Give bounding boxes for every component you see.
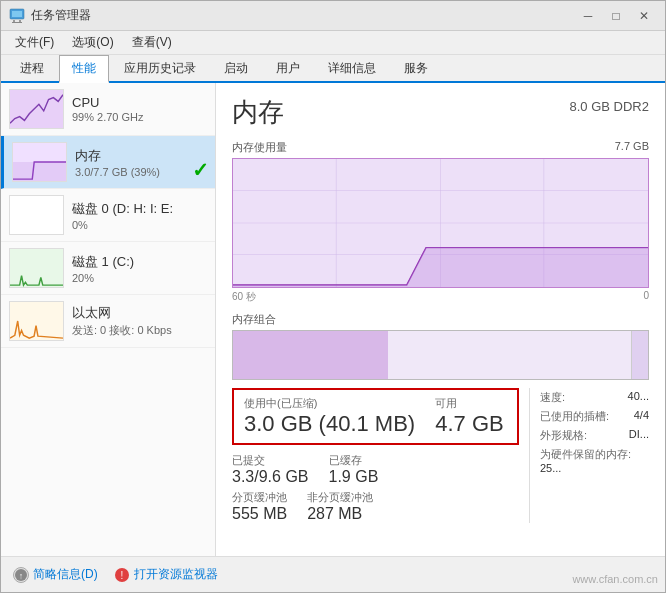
- summary-link[interactable]: ↑ 简略信息(D): [13, 566, 98, 583]
- window-title: 任务管理器: [31, 7, 91, 24]
- chart-section: 内存使用量 7.7 GB: [232, 140, 649, 304]
- chart-usage-value: 7.7 GB: [615, 140, 649, 155]
- title-bar: 任务管理器 ─ □ ✕: [1, 1, 665, 31]
- disk0-stat: 0%: [72, 219, 207, 231]
- tab-performance[interactable]: 性能: [59, 55, 109, 83]
- in-use-stat: 使用中(已压缩) 3.0 GB (40.1 MB): [244, 396, 415, 437]
- tab-users[interactable]: 用户: [263, 55, 313, 81]
- memory-info: 内存 3.0/7.7 GB (39%): [75, 147, 207, 178]
- ethernet-info: 以太网 发送: 0 接收: 0 Kbps: [72, 304, 207, 338]
- main-area: CPU 99% 2.70 GHz 内存 3.0/7.7 GB (39%): [1, 83, 665, 556]
- monitor-label: 打开资源监视器: [134, 566, 218, 583]
- ethernet-stat: 发送: 0 接收: 0 Kbps: [72, 323, 207, 338]
- committed-stat: 已提交 3.3/9.6 GB: [232, 453, 309, 486]
- available-label: 可用: [435, 396, 503, 411]
- memory-stat: 3.0/7.7 GB (39%): [75, 166, 207, 178]
- slots-row: 已使用的插槽: 4/4: [540, 409, 649, 424]
- tab-process[interactable]: 进程: [7, 55, 57, 81]
- paged-stat: 分页缓冲池 555 MB: [232, 490, 287, 523]
- reserved-value: 25...: [540, 462, 649, 474]
- nonpaged-value: 287 MB: [307, 505, 373, 523]
- composition-bar: [232, 330, 649, 380]
- check-icon: ✓: [192, 158, 209, 182]
- time-end: 0: [643, 290, 649, 304]
- cpu-stat: 99% 2.70 GHz: [72, 111, 207, 123]
- svg-text:↑: ↑: [19, 571, 24, 581]
- available-stat: 可用 4.7 GB: [435, 396, 503, 437]
- paged-value: 555 MB: [232, 505, 287, 523]
- tab-startup[interactable]: 启动: [211, 55, 261, 81]
- content-title: 内存: [232, 95, 284, 130]
- sidebar-item-memory[interactable]: 内存 3.0/7.7 GB (39%) ✓: [1, 136, 215, 189]
- committed-label: 已提交: [232, 453, 309, 468]
- summary-label: 简略信息(D): [33, 566, 98, 583]
- tab-details[interactable]: 详细信息: [315, 55, 389, 81]
- svg-rect-4: [12, 22, 22, 23]
- task-manager-window: 任务管理器 ─ □ ✕ 文件(F) 选项(O) 查看(V) 进程 性能 应用历史…: [0, 0, 666, 593]
- comp-hardware: [631, 331, 648, 379]
- title-controls: ─ □ ✕: [575, 6, 657, 26]
- disk1-name: 磁盘 1 (C:): [72, 253, 207, 271]
- in-use-label: 使用中(已压缩): [244, 396, 415, 411]
- cpu-name: CPU: [72, 95, 207, 110]
- time-start: 60 秒: [232, 290, 256, 304]
- menu-options[interactable]: 选项(O): [64, 32, 121, 53]
- form-label: 外形规格:: [540, 428, 587, 443]
- close-button[interactable]: ✕: [631, 6, 657, 26]
- tabs-bar: 进程 性能 应用历史记录 启动 用户 详细信息 服务: [1, 55, 665, 83]
- minimize-button[interactable]: ─: [575, 6, 601, 26]
- summary-icon: ↑: [13, 567, 29, 583]
- chart-time-labels: 60 秒 0: [232, 290, 649, 304]
- sidebar-item-cpu[interactable]: CPU 99% 2.70 GHz: [1, 83, 215, 136]
- in-use-value: 3.0 GB (40.1 MB): [244, 411, 415, 437]
- disk0-name: 磁盘 0 (D: H: I: E:: [72, 200, 207, 218]
- main-stats-row: 使用中(已压缩) 3.0 GB (40.1 MB) 可用 4.7 GB: [244, 396, 507, 437]
- tab-app-history[interactable]: 应用历史记录: [111, 55, 209, 81]
- stats-section: 使用中(已压缩) 3.0 GB (40.1 MB) 可用 4.7 GB: [232, 388, 649, 523]
- monitor-icon: !: [114, 567, 130, 583]
- speed-label: 速度:: [540, 390, 565, 405]
- title-left: 任务管理器: [9, 7, 91, 24]
- form-row: 外形规格: DI...: [540, 428, 649, 443]
- speed-row: 速度: 40...: [540, 390, 649, 405]
- memory-thumbnail: [12, 142, 67, 182]
- slots-label: 已使用的插槽:: [540, 409, 609, 424]
- menu-view[interactable]: 查看(V): [124, 32, 180, 53]
- svg-rect-7: [13, 162, 66, 181]
- memory-chart: [232, 158, 649, 288]
- sidebar-item-disk0[interactable]: 磁盘 0 (D: H: I: E: 0%: [1, 189, 215, 242]
- tab-services[interactable]: 服务: [391, 55, 441, 81]
- sidebar-item-disk1[interactable]: 磁盘 1 (C:) 20%: [1, 242, 215, 295]
- comp-free: [388, 331, 631, 379]
- menu-bar: 文件(F) 选项(O) 查看(V): [1, 31, 665, 55]
- secondary-stats-1: 已提交 3.3/9.6 GB 已缓存 1.9 GB: [232, 453, 519, 486]
- disk1-thumbnail: [9, 248, 64, 288]
- svg-rect-9: [10, 249, 63, 287]
- menu-file[interactable]: 文件(F): [7, 32, 62, 53]
- svg-rect-1: [12, 11, 22, 17]
- memory-name: 内存: [75, 147, 207, 165]
- content-header: 内存 8.0 GB DDR2: [232, 95, 649, 130]
- svg-rect-2: [13, 20, 15, 22]
- reserved-row: 为硬件保留的内存: 25...: [540, 447, 649, 474]
- sidebar-item-ethernet[interactable]: 以太网 发送: 0 接收: 0 Kbps: [1, 295, 215, 348]
- app-icon: [9, 8, 25, 24]
- ethernet-thumbnail: [9, 301, 64, 341]
- content-area: 内存 8.0 GB DDR2 内存使用量 7.7 GB: [216, 83, 665, 556]
- cached-stat: 已缓存 1.9 GB: [329, 453, 379, 486]
- cpu-info: CPU 99% 2.70 GHz: [72, 95, 207, 123]
- reserved-label: 为硬件保留的内存:: [540, 447, 649, 462]
- maximize-button[interactable]: □: [603, 6, 629, 26]
- speed-value: 40...: [628, 390, 649, 405]
- paged-label: 分页缓冲池: [232, 490, 287, 505]
- bottom-bar: ↑ 简略信息(D) ! 打开资源监视器: [1, 556, 665, 592]
- svg-rect-8: [10, 196, 63, 234]
- disk1-stat: 20%: [72, 272, 207, 284]
- committed-value: 3.3/9.6 GB: [232, 468, 309, 486]
- comp-used: [233, 331, 388, 379]
- monitor-link[interactable]: ! 打开资源监视器: [114, 566, 218, 583]
- available-value: 4.7 GB: [435, 411, 503, 437]
- right-stats-panel: 速度: 40... 已使用的插槽: 4/4 外形规格: DI... 为硬件保留的…: [529, 388, 649, 523]
- slots-value: 4/4: [634, 409, 649, 424]
- chart-usage-label: 内存使用量: [232, 140, 287, 155]
